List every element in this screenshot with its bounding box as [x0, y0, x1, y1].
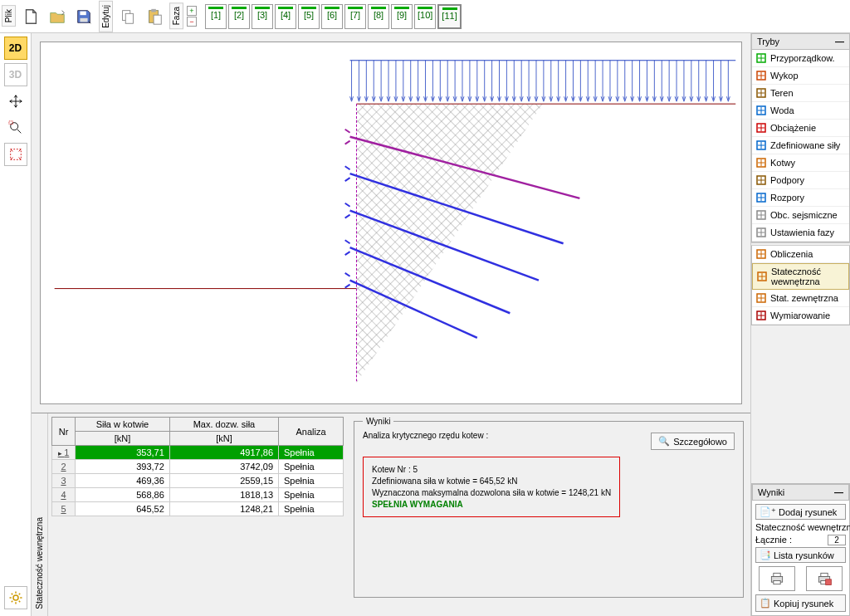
col-sila[interactable]: Siła w kotwie: [76, 418, 170, 432]
mode-dim[interactable]: Wymiarowanie: [752, 307, 849, 325]
mode-water[interactable]: Woda: [752, 102, 849, 120]
phase-buttons: [1][2][3][4][5][6][7][8][9][10][11]: [205, 4, 462, 29]
phase-button-11[interactable]: [11]: [437, 4, 461, 29]
mode-excavation[interactable]: Wykop: [752, 67, 849, 85]
result-status: SPEŁNIA WYMAGANIA: [372, 500, 611, 509]
phase-button-1[interactable]: [1]: [205, 4, 227, 29]
plik-tab[interactable]: Plik: [2, 5, 16, 27]
load-icon: [755, 122, 767, 134]
minimize-icon[interactable]: —: [835, 37, 844, 46]
wyniki-panel: Wyniki— 📄⁺Dodaj rysunek Stateczność wewn…: [751, 483, 850, 616]
table-row[interactable]: 2393,723742,09Spełnia: [52, 460, 344, 474]
right-panel: Tryby— Przyporządkow.WykopTerenWodaObcią…: [750, 33, 850, 616]
paste-icon[interactable]: [143, 5, 166, 28]
calc-icon: [755, 248, 767, 260]
zoom-icon[interactable]: [4, 116, 27, 139]
view-2d-button[interactable]: 2D: [4, 37, 27, 60]
canvas-column: Stateczność wewnętrzna Nr Siła w kotwie …: [32, 33, 750, 616]
pan-icon[interactable]: [4, 90, 27, 113]
mode-support[interactable]: Podpory: [752, 172, 849, 189]
phase-button-9[interactable]: [9]: [391, 4, 413, 29]
drawing-canvas[interactable]: [40, 42, 742, 404]
terrain-icon: [755, 87, 767, 99]
mode-assign[interactable]: Przyporządkow.: [752, 50, 849, 67]
result-zdef: Zdefiniowana siła w kotwie = 645,52 kN: [372, 477, 611, 486]
svg-rect-5: [151, 8, 156, 12]
anchor-table: Nr Siła w kotwie Max. dozw. siła Analiza…: [48, 413, 347, 616]
phase-button-8[interactable]: [8]: [368, 4, 389, 29]
settings-icon: [755, 227, 767, 238]
mode-stability-int[interactable]: Stateczność wewnętrzna: [752, 263, 849, 290]
print-bw-button[interactable]: [759, 566, 795, 591]
print-color-button[interactable]: [806, 566, 843, 591]
mode-terrain[interactable]: Teren: [752, 85, 849, 102]
col-nr[interactable]: Nr: [52, 418, 76, 446]
details-button[interactable]: 🔍Szczegółowo: [651, 433, 735, 450]
wyniki-header: Wyniki—: [752, 484, 849, 501]
phase-button-7[interactable]: [7]: [344, 4, 366, 29]
add-drawing-button[interactable]: 📄⁺Dodaj rysunek: [755, 504, 846, 520]
table-row[interactable]: 4568,861818,13Spełnia: [52, 488, 344, 502]
stability-ext-icon: [755, 292, 767, 304]
table-row[interactable]: 5645,521248,21Spełnia: [52, 502, 344, 516]
mode-anchor[interactable]: Kotwy: [752, 154, 849, 172]
main-area: 2D 3D: [0, 33, 750, 616]
extents-icon[interactable]: [4, 143, 27, 166]
settings-gear-icon[interactable]: [4, 586, 27, 609]
phase-button-10[interactable]: [10]: [414, 4, 436, 29]
plus-page-icon: 📄⁺: [760, 506, 776, 517]
faza-tab[interactable]: Faza: [169, 2, 183, 29]
phase-button-5[interactable]: [5]: [298, 4, 320, 29]
svg-rect-6: [154, 15, 161, 24]
phase-button-3[interactable]: [3]: [252, 4, 273, 29]
phase-add-remove: + −: [187, 6, 197, 27]
mode-calc[interactable]: Obliczenia: [752, 246, 849, 263]
mode-stability-ext[interactable]: Stat. zewnętrzna: [752, 290, 849, 307]
assign-icon: [755, 52, 767, 64]
strut-icon: [755, 192, 767, 203]
main-toolbar: Plik Edytuj Faza + − [1][2][3][4][5][6][…: [0, 0, 850, 33]
new-file-icon[interactable]: [19, 5, 42, 28]
view-toolbar: 2D 3D: [0, 33, 32, 616]
svg-rect-0: [80, 11, 85, 15]
svg-rect-90: [774, 573, 780, 576]
phase-remove-button[interactable]: −: [187, 17, 197, 27]
seismic-icon: [755, 209, 767, 221]
svg-rect-3: [125, 13, 133, 23]
support-icon: [755, 174, 767, 186]
copy-icon[interactable]: [116, 5, 139, 28]
minimize-icon[interactable]: —: [834, 487, 843, 497]
result-kotew: Kotew Nr : 5: [372, 465, 611, 474]
forces-icon: [755, 139, 767, 151]
stability-int-icon: [756, 271, 768, 282]
mode-seismic[interactable]: Obc. sejsmiczne: [752, 207, 849, 224]
drawing-list-button[interactable]: 📑Lista rysunków: [755, 547, 846, 563]
copy-drawing-button[interactable]: 📋Kopiuj rysunek: [755, 594, 846, 612]
col-max[interactable]: Max. dozw. siła: [169, 418, 278, 432]
edytuj-tab[interactable]: Edytuj: [99, 1, 113, 32]
tryby-header: Tryby—: [751, 33, 850, 50]
bottom-vtab[interactable]: Stateczność wewnętrzna: [32, 413, 48, 616]
svg-rect-93: [821, 573, 828, 576]
mode-forces[interactable]: Zdefiniowane siły: [752, 137, 849, 154]
critical-result-box: Kotew Nr : 5 Zdefiniowana siła w kotwie …: [363, 457, 620, 517]
result-wyzn: Wyznaczona maksymalna dozwolona siła w k…: [372, 488, 611, 497]
mode-settings[interactable]: Ustawienia fazy: [752, 224, 849, 242]
excavation-icon: [755, 70, 767, 81]
col-analiza[interactable]: Analiza: [279, 418, 344, 446]
phase-add-button[interactable]: +: [187, 6, 197, 16]
anchor-icon: [755, 157, 767, 169]
view-3d-button[interactable]: 3D: [4, 63, 27, 86]
table-row[interactable]: 1353,714917,86Spełnia: [52, 446, 344, 460]
dim-icon: [755, 310, 767, 321]
total-value[interactable]: [828, 535, 846, 545]
save-file-icon[interactable]: [72, 5, 95, 28]
mode-load[interactable]: Obciążenie: [752, 120, 849, 137]
phase-button-4[interactable]: [4]: [275, 4, 296, 29]
water-icon: [755, 105, 767, 116]
open-file-icon[interactable]: [46, 5, 69, 28]
phase-button-6[interactable]: [6]: [321, 4, 343, 29]
phase-button-2[interactable]: [2]: [228, 4, 250, 29]
mode-strut[interactable]: Rozpory: [752, 189, 849, 207]
table-row[interactable]: 3469,362559,15Spełnia: [52, 474, 344, 488]
